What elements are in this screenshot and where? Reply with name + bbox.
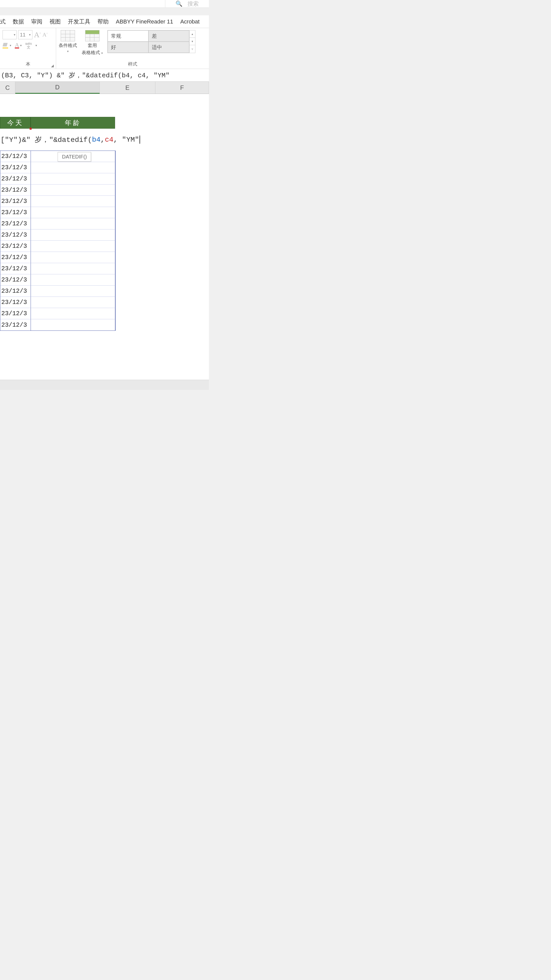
cell-date[interactable]: 23/12/3 — [0, 185, 31, 196]
menu-item-formula[interactable]: 式 — [0, 18, 6, 25]
data-grid: 23/12/323/12/323/12/323/12/323/12/323/12… — [0, 151, 116, 331]
format-as-table-button[interactable]: 套用 表格格式 ▾ — [82, 30, 103, 56]
chevron-down-icon: ▾ — [14, 33, 15, 37]
style-normal[interactable]: 常规 — [108, 30, 148, 41]
ribbon-group-font: ▾ 11 ▾ A^ A^ ▾ A ▾ wén 文 — [0, 28, 56, 68]
cell-date[interactable]: 23/12/3 — [0, 263, 31, 274]
header-today: 今天 — [0, 117, 30, 129]
col-header-d[interactable]: D — [15, 82, 100, 94]
header-row: 今天 年龄 — [0, 117, 115, 129]
font-size-dropdown[interactable]: 11 ▾ — [18, 30, 32, 39]
search-placeholder: 搜索 — [187, 0, 199, 8]
cell-age[interactable] — [31, 185, 115, 196]
increase-font-icon[interactable]: A^ — [34, 30, 41, 39]
cell-date[interactable]: 23/12/3 — [0, 162, 31, 173]
table-row[interactable]: 23/12/3 — [0, 185, 115, 196]
menu-item-view[interactable]: 视图 — [49, 18, 61, 25]
phonetic-guide-button[interactable]: wén 文 — [25, 42, 32, 49]
cell-age[interactable] — [31, 218, 115, 229]
active-cell-edit[interactable]: ["Y")&" 岁，"&datedif(b4, c4, "YM" — [0, 129, 140, 151]
styles-group-label: 样式 — [59, 60, 206, 68]
cell-date[interactable]: 23/12/3 — [0, 218, 31, 229]
menu-item-acrobat[interactable]: Acrobat — [180, 18, 200, 25]
search-icon: 🔍 — [176, 0, 183, 7]
cell-styles-gallery: 常规 好 差 适中 ▴ ▾ ▿ — [107, 30, 195, 53]
cell-age[interactable] — [31, 196, 115, 207]
decrease-font-icon[interactable]: A^ — [42, 32, 48, 38]
search-box[interactable]: 🔍 搜索 — [165, 0, 199, 8]
font-color-button[interactable]: A ▾ — [15, 42, 22, 48]
table-row[interactable]: 23/12/3 — [0, 196, 115, 207]
style-bad[interactable]: 差 — [148, 30, 189, 41]
table-row[interactable]: 23/12/3 — [0, 241, 115, 252]
cell-age[interactable] — [31, 286, 115, 297]
style-good[interactable]: 好 — [108, 41, 148, 53]
table-row[interactable]: 23/12/3 — [0, 162, 115, 173]
cell-age[interactable] — [31, 173, 115, 185]
dialog-launcher-icon[interactable]: ◢ — [50, 64, 54, 68]
cell-date[interactable]: 23/12/3 — [0, 308, 31, 319]
gallery-down-button[interactable]: ▾ — [189, 38, 195, 45]
menu-item-help[interactable]: 帮助 — [97, 18, 109, 25]
cell-age[interactable] — [31, 252, 115, 263]
formula-bar[interactable]: (B3, C3, "Y") &" 岁，"&datedif(b4, c4, "YM… — [0, 69, 209, 82]
edit-comma: , — [100, 136, 105, 144]
cell-age[interactable] — [31, 207, 115, 218]
cell-age[interactable] — [31, 297, 115, 308]
ribbon-group-styles: 条件格式 ▾ 套用 表格格式 ▾ 常规 好 差 适中 ▴ ▾ — [56, 28, 209, 68]
cell-date[interactable]: 23/12/3 — [0, 229, 31, 241]
formula-text: (B3, C3, "Y") &" 岁，"&datedif(b4, c4, "YM… — [1, 71, 170, 80]
menu-item-abbyy[interactable]: ABBYY FineReader 11 — [116, 18, 173, 25]
cell-age[interactable] — [31, 319, 115, 331]
cell-age[interactable] — [31, 162, 115, 173]
tbl-fmt-label2: 表格格式 — [82, 50, 100, 55]
wen-pinyin: wén — [25, 42, 32, 45]
table-row[interactable]: 23/12/3 — [0, 173, 115, 185]
cell-age[interactable] — [31, 263, 115, 274]
chevron-down-icon: ▾ — [67, 49, 68, 53]
cell-date[interactable]: 23/12/3 — [0, 173, 31, 185]
menu-item-review[interactable]: 审阅 — [31, 18, 42, 25]
menu-item-data[interactable]: 数据 — [13, 18, 24, 25]
grid-icon — [61, 30, 75, 41]
cell-age[interactable] — [31, 274, 115, 286]
worksheet[interactable]: 今天 年龄 ["Y")&" 岁，"&datedif(b4, c4, "YM" 2… — [0, 94, 209, 380]
cond-fmt-label: 条件格式 — [59, 42, 77, 48]
menu-item-devtools[interactable]: 开发工具 — [68, 18, 90, 25]
gallery-up-button[interactable]: ▴ — [189, 30, 195, 38]
column-headers: C D E F — [0, 82, 209, 94]
table-row[interactable]: 23/12/3 — [0, 252, 115, 263]
table-row[interactable]: 23/12/3 — [0, 207, 115, 218]
table-row[interactable]: 23/12/3 — [0, 319, 115, 331]
cell-age[interactable] — [31, 241, 115, 252]
gallery-more-button[interactable]: ▿ — [189, 45, 195, 52]
header-age: 年龄 — [30, 117, 115, 129]
ribbon: ▾ 11 ▾ A^ A^ ▾ A ▾ wén 文 — [0, 28, 209, 69]
cell-date[interactable]: 23/12/3 — [0, 274, 31, 286]
cell-date[interactable]: 23/12/3 — [0, 297, 31, 308]
chevron-down-icon: ▾ — [20, 44, 22, 47]
col-header-c[interactable]: C — [0, 82, 15, 94]
conditional-formatting-button[interactable]: 条件格式 ▾ — [59, 30, 77, 53]
fill-color-button[interactable]: ▾ — [3, 42, 11, 48]
col-header-f[interactable]: F — [156, 82, 209, 94]
cell-date[interactable]: 23/12/3 — [0, 151, 31, 162]
cell-date[interactable]: 23/12/3 — [0, 207, 31, 218]
style-neutral[interactable]: 适中 — [148, 41, 189, 53]
cell-date[interactable]: 23/12/3 — [0, 252, 31, 263]
cell-date[interactable]: 23/12/3 — [0, 196, 31, 207]
cell-date[interactable]: 23/12/3 — [0, 286, 31, 297]
cell-age[interactable] — [31, 229, 115, 241]
table-row[interactable]: 23/12/3 — [0, 218, 115, 229]
col-header-e[interactable]: E — [100, 82, 156, 94]
font-name-dropdown[interactable]: ▾ — [3, 30, 17, 39]
table-row[interactable]: 23/12/3 — [0, 274, 115, 286]
table-row[interactable]: 23/12/3 — [0, 229, 115, 241]
cell-age[interactable] — [31, 308, 115, 319]
cell-date[interactable]: 23/12/3 — [0, 319, 31, 331]
table-row[interactable]: 23/12/3 — [0, 263, 115, 274]
table-row[interactable]: 23/12/3 — [0, 286, 115, 297]
table-row[interactable]: 23/12/3 — [0, 308, 115, 319]
table-row[interactable]: 23/12/3 — [0, 297, 115, 308]
cell-date[interactable]: 23/12/3 — [0, 241, 31, 252]
